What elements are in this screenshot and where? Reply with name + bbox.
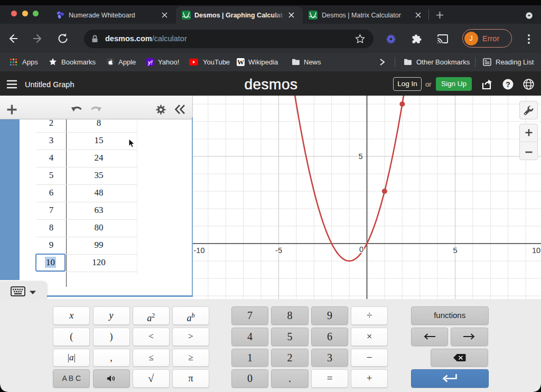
svg-text:-5: -5 (275, 246, 282, 255)
svg-text:10: 10 (532, 246, 540, 255)
svg-text:5: 5 (453, 246, 457, 255)
svg-text:?: ? (506, 80, 510, 89)
svg-text:y!: y! (147, 60, 153, 66)
svg-text:W: W (237, 58, 244, 66)
svg-text:5: 5 (358, 152, 362, 161)
svg-text:0: 0 (359, 245, 363, 254)
svg-text:-10: -10 (194, 246, 205, 255)
